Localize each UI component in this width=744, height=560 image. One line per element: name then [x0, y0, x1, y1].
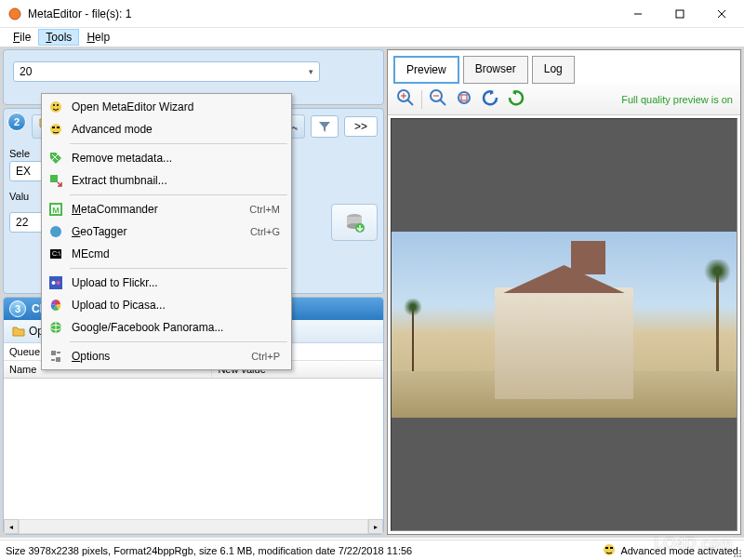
menu-help[interactable]: Help	[79, 29, 117, 46]
status-right: Advanced mode activated	[620, 545, 738, 556]
svg-rect-44	[605, 547, 608, 549]
menu-remove-metadata[interactable]: Remove metadata...	[44, 147, 289, 169]
menu-mecmd[interactable]: C:\ MEcmd	[44, 243, 289, 265]
statusbar: Size 3978x2238 pixels, Format24bppRgb, s…	[0, 540, 744, 560]
svg-text:M: M	[52, 206, 60, 215]
date-dropdown[interactable]: 20 ▾	[13, 61, 320, 82]
smiley-icon	[602, 542, 617, 559]
app-icon	[7, 7, 22, 21]
filter-button[interactable]	[311, 115, 339, 138]
terminal-icon: C:\	[47, 246, 64, 262]
menu-tools[interactable]: Tools	[38, 29, 79, 46]
horizontal-scrollbar[interactable]: ◂ ▸	[4, 519, 383, 534]
svg-rect-28	[50, 175, 58, 182]
svg-rect-19	[461, 95, 467, 100]
menu-metacommander[interactable]: M MetaCommander Ctrl+M	[44, 198, 289, 220]
svg-rect-25	[57, 127, 60, 128]
svg-rect-2	[676, 10, 684, 18]
preview-area[interactable]	[391, 118, 737, 531]
status-left: Size 3978x2238 pixels, Format24bppRgb, s…	[6, 545, 412, 556]
picasa-icon	[47, 297, 64, 313]
tab-log[interactable]: Log	[532, 56, 575, 84]
svg-point-20	[50, 101, 61, 113]
tools-dropdown: Open MetaEditor Wizard Advanced mode Rem…	[41, 93, 292, 370]
preview-image	[392, 232, 737, 418]
maximize-button[interactable]	[658, 0, 700, 27]
svg-point-50	[737, 553, 738, 554]
rotate-left-icon[interactable]	[480, 87, 500, 111]
chevron-down-icon: ▾	[309, 67, 313, 76]
svg-point-0	[9, 8, 20, 20]
menubar: File Tools Help	[0, 28, 744, 47]
menu-advanced-mode[interactable]: Advanced mode	[44, 118, 289, 140]
menu-options[interactable]: Options Ctrl+P	[44, 345, 289, 367]
menu-open-wizard[interactable]: Open MetaEditor Wizard	[44, 96, 289, 118]
preview-status: Full quality preview is on	[621, 94, 733, 105]
wizard-icon	[47, 99, 64, 115]
zoom-fit-icon[interactable]	[454, 87, 474, 111]
panorama-icon	[47, 319, 64, 336]
database-save-button[interactable]	[331, 204, 378, 241]
titlebar: MetaEditor - file(s): 1	[0, 0, 744, 28]
flickr-icon	[47, 274, 64, 291]
svg-point-46	[739, 555, 741, 557]
date-value: 20	[20, 65, 32, 78]
preview-toolbar: Full quality preview is on	[388, 84, 740, 115]
close-button[interactable]	[700, 0, 742, 27]
menu-panorama[interactable]: Google/Facebook Panorama...	[44, 316, 289, 339]
rotate-right-icon[interactable]	[506, 87, 526, 111]
svg-rect-24	[52, 127, 55, 128]
scroll-left-icon[interactable]: ◂	[4, 519, 19, 534]
svg-rect-41	[51, 351, 56, 355]
svg-point-31	[50, 226, 61, 237]
preview-tabs: Preview Browser Log	[388, 50, 740, 84]
advanced-icon	[47, 121, 64, 138]
svg-line-16	[440, 100, 445, 105]
workspace: 20 ▾ 2 ︽ >> Sele	[0, 47, 744, 538]
tab-browser[interactable]: Browser	[463, 56, 528, 84]
svg-rect-34	[49, 276, 62, 289]
svg-rect-42	[56, 357, 60, 362]
extract-icon	[47, 172, 64, 189]
svg-point-47	[737, 555, 738, 557]
tools-expand-button[interactable]: >>	[344, 116, 378, 137]
menu-geotagger[interactable]: GeoTagger Ctrl+G	[44, 220, 289, 243]
remove-icon	[47, 150, 64, 167]
step2-badge: 2	[7, 113, 26, 131]
zoom-out-icon[interactable]	[428, 87, 448, 111]
globe-icon	[47, 223, 64, 240]
svg-point-35	[52, 281, 56, 285]
menu-upload-picasa[interactable]: Upload to Picasa...	[44, 294, 289, 316]
resize-grip[interactable]	[731, 547, 742, 558]
svg-point-18	[458, 92, 470, 103]
svg-point-51	[739, 550, 741, 552]
svg-line-12	[407, 100, 413, 105]
scroll-right-icon[interactable]: ▸	[368, 519, 383, 534]
right-pane: Preview Browser Log Full quality preview…	[387, 49, 741, 535]
step3-badge: 3	[9, 300, 26, 317]
menu-file[interactable]: File	[6, 29, 38, 46]
menu-upload-flickr[interactable]: Upload to Flickr...	[44, 272, 289, 294]
window-title: MetaEditor - file(s): 1	[28, 7, 617, 20]
svg-text:C:\: C:\	[52, 250, 60, 257]
svg-point-48	[739, 553, 741, 554]
svg-point-36	[57, 281, 60, 285]
changes-grid: Name New value ◂ ▸	[4, 361, 383, 534]
minimize-button[interactable]	[617, 0, 658, 27]
svg-point-49	[734, 555, 736, 557]
svg-rect-45	[610, 547, 613, 549]
zoom-in-icon[interactable]	[395, 87, 416, 111]
metacommander-icon: M	[47, 201, 64, 218]
menu-extract-thumbnail[interactable]: Extract thumbnail...	[44, 169, 289, 192]
svg-point-22	[57, 104, 59, 106]
svg-point-21	[53, 104, 55, 106]
status-right-group: Advanced mode activated	[602, 542, 738, 559]
tab-preview[interactable]: Preview	[393, 56, 459, 84]
options-icon	[47, 348, 64, 365]
